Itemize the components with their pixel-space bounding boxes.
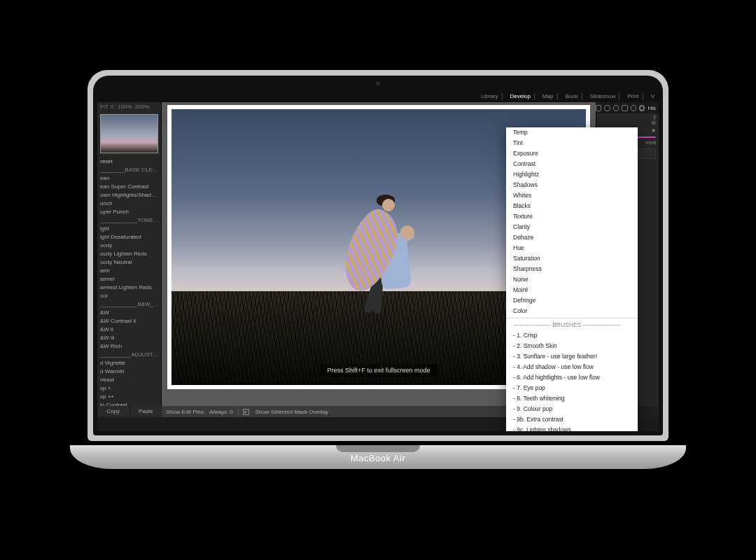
screen: LibraryDevelopMapBookSlideshowPrintV His… [97, 91, 659, 431]
redeye-tool-icon[interactable] [613, 105, 619, 111]
gradient-tool-icon[interactable] [622, 105, 627, 111]
menu-item-moiré[interactable]: Moiré [506, 285, 638, 295]
preset-section: ____________TONES____________ [99, 216, 161, 225]
overlay-label: Show Selected Mask Overlay [255, 409, 329, 415]
laptop-notch [336, 445, 420, 452]
paste-button[interactable]: Paste [130, 406, 162, 417]
preset-section: ____________B&W____________ [99, 300, 161, 309]
menu-item-blacks[interactable]: Blacks [506, 201, 638, 211]
preset-item[interactable]: own Highlights/Shadows [99, 191, 161, 200]
menu-brush-item[interactable]: - 8. Teeth whitening [506, 393, 638, 404]
menu-brush-item[interactable]: - 1. Crisp [506, 330, 638, 341]
preset-item[interactable]: oody Lighten Reds [99, 250, 161, 258]
preset-item[interactable]: uper Punch [99, 208, 161, 216]
screen-bezel: LibraryDevelopMapBookSlideshowPrintV His… [93, 76, 663, 435]
menu-item-noise[interactable]: Noise [506, 274, 638, 285]
menu-item-sharpness[interactable]: Sharpness [506, 264, 638, 274]
preset-item[interactable]: ight Desaturated [99, 233, 161, 241]
preset-item[interactable]: &W Rich [99, 342, 161, 351]
zoom-200[interactable]: 200% [135, 104, 149, 110]
menu-brush-item[interactable]: - 7. Eye pop [506, 383, 638, 393]
preset-item[interactable]: &W [99, 309, 161, 317]
brush-tool-icon[interactable] [639, 105, 645, 111]
menu-item-saturation[interactable]: Saturation [506, 253, 638, 264]
right-row: y [596, 113, 659, 120]
brush-effect-menu[interactable]: TempTintExposureContrastHighlightzShadow… [506, 127, 638, 431]
preset-section: __________ADJUSTMENTS__________ [99, 351, 161, 359]
tool-strip: His [596, 102, 659, 113]
menu-item-color[interactable]: Color [506, 306, 638, 316]
camera-icon [376, 81, 380, 85]
menu-item-contrast[interactable]: Contrast [506, 159, 638, 169]
module-slideshow[interactable]: Slideshow [587, 93, 620, 100]
module-picker: LibraryDevelopMapBookSlideshowPrintV [97, 91, 659, 102]
screen-outer: LibraryDevelopMapBookSlideshowPrintV His… [88, 70, 668, 441]
photo-subjects [346, 192, 430, 318]
spot-tool-icon[interactable] [604, 105, 610, 111]
menu-brush-item[interactable]: - 9c. Lighten shadows [506, 425, 638, 431]
preset-item[interactable]: arm [99, 267, 161, 275]
menu-item-dehaze[interactable]: Dehaze [506, 232, 638, 243]
preset-item[interactable]: oody Neutral [99, 258, 161, 267]
menu-item-highlightz[interactable]: Highlightz [506, 169, 638, 180]
preset-item[interactable]: in Contrast [99, 401, 161, 406]
menu-item-shadows[interactable]: Shadows [506, 180, 638, 190]
preset-section: ________BASE CLEAN PRESET________ [99, 166, 161, 174]
preset-item[interactable]: ean [99, 174, 161, 183]
app-lightroom: LibraryDevelopMapBookSlideshowPrintV His… [97, 91, 659, 431]
laptop-brand: MacBook Air [88, 453, 668, 463]
preset-item[interactable]: &W ii [99, 326, 161, 334]
module-develop[interactable]: Develop [507, 93, 535, 100]
preset-item[interactable]: xp ++ [99, 393, 161, 401]
menu-item-defringe[interactable]: Defringe [506, 295, 638, 306]
menu-brush-item[interactable]: - 3. Sunflare - use large feather! [506, 351, 638, 362]
preset-item[interactable]: xp + [99, 384, 161, 393]
menu-item-tint[interactable]: Tint [506, 138, 638, 148]
menu-item-temp[interactable]: Temp [506, 127, 638, 138]
left-panel: FIT ≎ 100% 200% reset________BASE CLEAN … [97, 102, 162, 406]
preset-item[interactable]: ool [99, 292, 161, 300]
menu-brush-item[interactable]: - 2. Smooth Skin [506, 341, 638, 351]
preset-item[interactable]: &W iii [99, 334, 161, 342]
preset-item[interactable]: d Warmth [99, 368, 161, 376]
module-library[interactable]: Library [477, 93, 502, 100]
menu-brush-item[interactable]: - 9b. Extra contrast [506, 414, 638, 425]
menu-brush-item[interactable]: - 4. Add shadow - use low flow [506, 362, 638, 372]
preset-item[interactable]: unch [99, 200, 161, 208]
preset-item[interactable]: ight [99, 225, 161, 233]
crop-tool-icon[interactable] [596, 105, 601, 111]
menu-brushes-header: ------------------- BRUSHES ------------… [506, 320, 638, 330]
preset-item[interactable]: &W Contrast ii [99, 317, 161, 326]
left-bottom-buttons: Copy Paste [97, 406, 162, 417]
preset-item[interactable]: ean Super Contrast [99, 183, 161, 191]
module-print[interactable]: Print [624, 93, 643, 100]
overlay-checkbox[interactable] [243, 409, 249, 415]
preset-item[interactable]: ntrast [99, 376, 161, 384]
laptop-mockup: LibraryDevelopMapBookSlideshowPrintV His… [88, 70, 668, 469]
zoom-100[interactable]: 100% [118, 104, 132, 110]
preset-item[interactable]: armest Lighten Reds [99, 284, 161, 292]
copy-button[interactable]: Copy [97, 406, 130, 417]
module-book[interactable]: Book [562, 93, 582, 100]
menu-item-hue[interactable]: Hue [506, 243, 638, 253]
module-v[interactable]: V [648, 93, 654, 100]
menu-item-clarity[interactable]: Clarity [506, 222, 638, 232]
edit-pins-mode[interactable]: Always ≎ [209, 409, 234, 415]
menu-brush-item[interactable]: - 6. Add hightlights - use low flow [506, 372, 638, 383]
preset-item[interactable]: armer [99, 275, 161, 284]
menu-item-exposure[interactable]: Exposure [506, 148, 638, 159]
preset-item[interactable]: d Vignette [99, 359, 161, 368]
menu-item-texture[interactable]: Texture [506, 211, 638, 222]
fullscreen-hint: Press Shift+F to exit fullscreen mode [321, 364, 438, 377]
zoom-fit[interactable]: FIT ≎ [100, 104, 115, 110]
module-map[interactable]: Map [539, 93, 558, 100]
menu-separator [506, 318, 638, 318]
zoom-row: FIT ≎ 100% 200% [97, 102, 161, 111]
right-row: W [596, 120, 659, 126]
preset-item[interactable]: oody [99, 241, 161, 250]
navigator-thumbnail[interactable] [100, 114, 158, 153]
preset-header: reset [99, 158, 161, 166]
menu-brush-item[interactable]: - 9. Colour pop [506, 404, 638, 414]
radial-tool-icon[interactable] [631, 105, 636, 111]
menu-item-whites[interactable]: Whites [506, 190, 638, 201]
